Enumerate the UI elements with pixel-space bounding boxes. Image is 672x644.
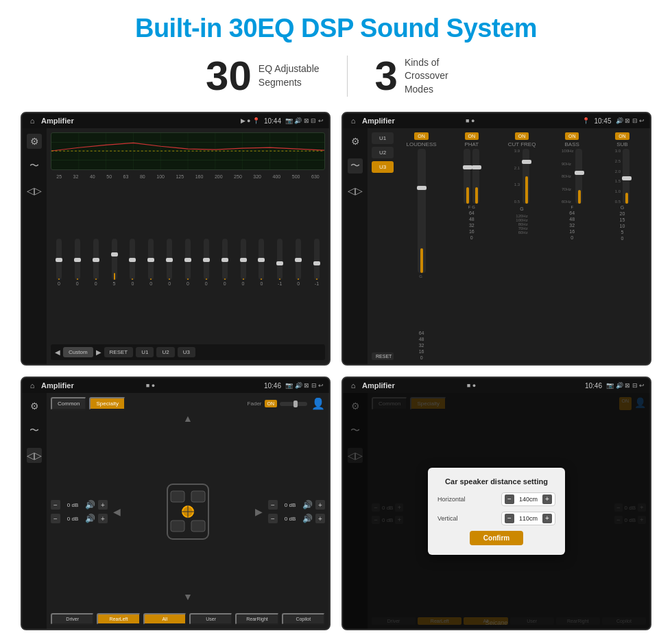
bass-slider[interactable]: [575, 149, 582, 204]
speaker-lb: 🔊: [85, 514, 95, 523]
eq-slider-9[interactable]: 0: [222, 235, 228, 290]
crossover-presets: U1 U2 U3 RESET: [372, 132, 394, 360]
reset-btn[interactable]: RESET: [104, 347, 134, 357]
vol-icon-3[interactable]: ◁▷: [27, 448, 42, 463]
driver-btn[interactable]: Driver: [51, 613, 94, 625]
horizontal-plus[interactable]: +: [542, 494, 552, 504]
u1-btn[interactable]: U1: [136, 347, 154, 357]
fader-slider[interactable]: [280, 402, 307, 406]
screen-content-1: ⚙ 〜 ◁▷: [22, 128, 329, 364]
speaker-rt: 🔊: [302, 500, 313, 510]
rb-plus[interactable]: +: [315, 514, 325, 523]
eq-slider-2[interactable]: 0: [93, 235, 99, 290]
eq-slider-6[interactable]: 0: [167, 235, 172, 290]
eq-icon[interactable]: ⚙: [27, 134, 42, 149]
phat-slider2[interactable]: [472, 149, 479, 204]
vol-icon-2[interactable]: ◁▷: [348, 183, 363, 198]
rb-minus[interactable]: −: [268, 514, 278, 523]
eq-slider-1[interactable]: 0: [75, 235, 80, 290]
eq-play-icon[interactable]: ▶: [96, 348, 101, 356]
screen-balance: ⌂ Amplifier ■ ● 10:46 📷 🔊 ⊠ ⊟ ↩ ⚙ 〜 ◁▷: [21, 377, 331, 630]
vertical-plus[interactable]: +: [542, 514, 552, 523]
vol-icon[interactable]: ◁▷: [27, 183, 42, 198]
confirm-button[interactable]: Confirm: [470, 531, 523, 545]
loudness-on[interactable]: ON: [414, 132, 429, 140]
status-bar-4: ⌂ Amplifier ■ ● 10:46 📷 🔊 ⊠ ⊟ ↩: [343, 378, 650, 393]
crossover-reset[interactable]: RESET: [372, 353, 394, 360]
eq-slider-14[interactable]: -1: [314, 235, 320, 290]
eq-slider-13[interactable]: 0: [296, 235, 301, 290]
wave-icon-3[interactable]: 〜: [27, 423, 42, 438]
app-title-2: Amplifier: [362, 117, 461, 125]
dialog-overlay: Car speaker distance setting Horizontal …: [343, 393, 650, 629]
eq-slider-7[interactable]: 0: [185, 235, 191, 290]
preset-u3[interactable]: U3: [372, 161, 394, 173]
eq-prev-icon[interactable]: ◀: [55, 348, 60, 356]
cutfreq-slider[interactable]: [523, 149, 529, 204]
fader-on[interactable]: ON: [265, 400, 278, 407]
custom-btn[interactable]: Custom: [63, 347, 93, 357]
cutfreq-on[interactable]: ON: [515, 132, 529, 140]
eq-slider-4[interactable]: 0: [130, 235, 135, 290]
phat-slider[interactable]: [464, 149, 470, 204]
arrow-down[interactable]: ▼: [183, 591, 193, 602]
svg-rect-15: [171, 521, 184, 532]
sub-slider[interactable]: [623, 149, 629, 204]
eq-slider-0[interactable]: 0: [56, 235, 62, 290]
crossover-main: U1 U2 U3 RESET ON LOUDNESS: [368, 128, 650, 364]
eq-slider-3[interactable]: 5: [112, 235, 117, 290]
arrow-left[interactable]: ◀: [113, 506, 121, 517]
eq-freq-labels: 25 32 40 50 63 80 100 125 160 200 250 32…: [51, 173, 325, 180]
copilot-btn[interactable]: Copilot: [282, 613, 325, 625]
lb-plus[interactable]: +: [98, 514, 108, 523]
rt-plus[interactable]: +: [315, 500, 325, 510]
home-icon-4[interactable]: ⌂: [348, 381, 358, 390]
home-icon-2[interactable]: ⌂: [348, 116, 358, 126]
side-icons-3: ⚙ 〜 ◁▷: [22, 393, 47, 629]
wave-icon[interactable]: 〜: [27, 158, 42, 174]
common-btn[interactable]: Common: [51, 397, 86, 410]
status-icons-3: ■ ●: [146, 382, 155, 389]
u2-btn[interactable]: U2: [156, 347, 174, 357]
rt-minus[interactable]: −: [268, 500, 278, 510]
left-controls: − 0 dB 🔊 + − 0 dB: [51, 413, 108, 610]
loudness-slider[interactable]: [418, 149, 426, 273]
bass-on[interactable]: ON: [565, 132, 579, 140]
arrow-up[interactable]: ▲: [183, 413, 193, 424]
rearleft-btn[interactable]: RearLeft: [97, 613, 140, 625]
wave-icon-2[interactable]: 〜: [348, 158, 363, 174]
dialog-horizontal-row: Horizontal − 140cm +: [437, 492, 555, 506]
eq-icon-2[interactable]: ⚙: [348, 134, 363, 149]
app-title-4: Amplifier: [362, 381, 463, 390]
eq-slider-8[interactable]: 0: [204, 235, 209, 290]
horizontal-minus[interactable]: −: [505, 494, 514, 504]
lt-minus[interactable]: −: [51, 500, 60, 510]
phat-on[interactable]: ON: [465, 132, 479, 140]
right-top-db: − 0 dB 🔊 +: [268, 500, 325, 510]
stat-crossover-number: 3: [375, 56, 398, 97]
eq-slider-10[interactable]: 0: [241, 235, 246, 290]
preset-u2[interactable]: U2: [372, 147, 394, 158]
screen-eq: ⌂ Amplifier ▶ ● 📍 10:44 📷 🔊 ⊠ ⊟ ↩ ⚙ 〜 ◁▷: [21, 112, 331, 366]
balance-top-row: Common Specialty Fader ON 👤: [51, 397, 325, 410]
all-btn[interactable]: All: [143, 613, 187, 625]
eq-slider-12[interactable]: -1: [277, 235, 283, 290]
home-icon-1[interactable]: ⌂: [27, 116, 37, 126]
u3-btn[interactable]: U3: [178, 347, 195, 357]
arrow-right[interactable]: ▶: [255, 506, 263, 517]
right-controls: − 0 dB 🔊 + − 0 dB: [268, 413, 325, 610]
user-btn[interactable]: User: [189, 613, 232, 625]
lb-minus[interactable]: −: [51, 514, 60, 523]
preset-u1[interactable]: U1: [372, 132, 394, 144]
lt-plus[interactable]: +: [98, 500, 108, 510]
eq-slider-11[interactable]: 0: [259, 235, 264, 290]
horizontal-value: 140cm: [516, 496, 540, 503]
eq-slider-5[interactable]: 0: [148, 235, 154, 290]
sub-on[interactable]: ON: [615, 132, 629, 140]
eq-icon-3[interactable]: ⚙: [27, 398, 42, 414]
svg-rect-14: [191, 491, 205, 502]
home-icon-3[interactable]: ⌂: [27, 381, 37, 390]
rearright-btn[interactable]: RearRight: [235, 613, 278, 625]
specialty-btn[interactable]: Specialty: [89, 397, 125, 410]
vertical-minus[interactable]: −: [505, 514, 514, 523]
